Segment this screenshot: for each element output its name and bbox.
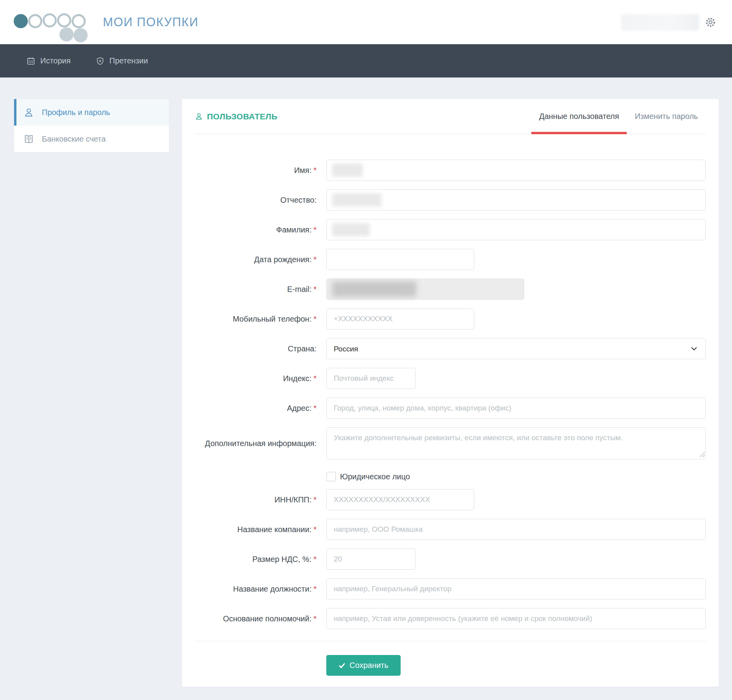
tab-label: Изменить пароль [635, 112, 698, 121]
shield-icon [96, 57, 104, 65]
address-label: Адрес:* [195, 402, 326, 414]
company-name-input[interactable] [326, 519, 706, 540]
middle-name-input[interactable] [326, 189, 706, 211]
required-marker: * [313, 225, 317, 234]
logo-circle [28, 14, 42, 28]
vat-rate-label-text: Размер НДС, %: [252, 555, 311, 563]
company-name-control [326, 519, 706, 540]
logo-circle [59, 27, 74, 41]
form-row-inn-kpp: ИНН/КПП:* [195, 489, 706, 510]
page: { "colors": { "accent_teal": "#2aab96", … [0, 0, 732, 700]
phone-label: Мобильный телефон:* [195, 313, 326, 325]
required-marker: * [313, 585, 317, 593]
birth-date-label: Дата рождения:* [195, 254, 326, 265]
user-form: Имя:*Отчество:Фамилия:*Дата рождения:*E-… [195, 134, 706, 629]
gear-icon[interactable] [705, 16, 716, 28]
header-right [621, 14, 716, 31]
form-row-first-name: Имя:* [195, 160, 706, 181]
first-name-input[interactable] [326, 160, 706, 181]
required-marker: * [313, 404, 317, 412]
legal-entity-checkbox-label: Юридическое лицо [326, 472, 410, 481]
email-label-text: E-mail: [287, 285, 311, 293]
inn-kpp-input[interactable] [326, 489, 474, 510]
job-title-label: Название должности:* [195, 583, 326, 595]
authority-basis-control [326, 608, 706, 629]
logo-circle [43, 13, 57, 27]
save-button-label: Сохранить [349, 661, 388, 670]
middle-name-control [326, 189, 706, 211]
job-title-label-text: Название должности: [233, 585, 311, 593]
form-row-phone: Мобильный телефон:* [195, 308, 706, 329]
authority-basis-label-text: Основание полномочий: [223, 614, 311, 623]
panel-title: ПОЛЬЗОВАТЕЛЬ [195, 99, 277, 134]
extra-info-textarea[interactable] [326, 427, 706, 459]
form-row-legal-entity: Юридическое лицо [195, 472, 706, 483]
required-marker: * [313, 555, 317, 563]
first-name-label: Имя:* [195, 164, 326, 176]
sidebar-item-bank-accounts[interactable]: Банковские счета [14, 126, 169, 152]
user-icon [195, 112, 203, 121]
vat-rate-input[interactable] [326, 549, 415, 570]
nav-item-history[interactable]: История [27, 56, 71, 65]
authority-basis-input[interactable] [326, 608, 706, 629]
postcode-input[interactable] [326, 368, 415, 389]
phone-label-text: Мобильный телефон: [233, 315, 311, 323]
logo-circle [72, 14, 86, 28]
inn-kpp-label-text: ИНН/КПП: [274, 495, 311, 504]
user-name-redacted [621, 14, 699, 31]
email-control [326, 279, 706, 300]
content: Профиль и пароль Банковские счета [0, 77, 732, 700]
navbar: История Претензии [0, 44, 732, 77]
tab-label: Данные пользователя [539, 112, 619, 121]
form-row-address: Адрес:* [195, 398, 706, 419]
header: МОИ ПОКУПКИ [0, 0, 732, 44]
calendar-icon [27, 57, 35, 65]
logo-circle [14, 14, 28, 28]
postcode-label: Индекс:* [195, 372, 326, 384]
company-name-label-text: Название компании: [237, 525, 312, 534]
tab-user-data[interactable]: Данные пользователя [531, 99, 627, 134]
middle-name-label-text: Отчество: [281, 196, 317, 204]
legal-entity-checkbox[interactable] [326, 472, 336, 481]
form-row-middle-name: Отчество: [195, 189, 706, 211]
user-icon [23, 107, 34, 118]
form-row-postcode: Индекс:* [195, 368, 706, 389]
save-button[interactable]: Сохранить [326, 655, 401, 676]
address-label-text: Адрес: [287, 404, 311, 412]
email-label: E-mail:* [195, 283, 326, 295]
address-control [326, 398, 706, 419]
form-row-company-name: Название компании:* [195, 519, 706, 540]
country-select[interactable]: Россия [326, 338, 706, 359]
logo-circle [74, 28, 88, 42]
tab-change-password[interactable]: Изменить пароль [627, 99, 706, 134]
nav-item-label: История [40, 56, 71, 65]
phone-control [326, 308, 706, 329]
birth-date-label-text: Дата рождения: [254, 255, 312, 264]
last-name-label-text: Фамилия: [276, 225, 311, 234]
vat-rate-label: Размер НДС, %:* [195, 553, 326, 565]
phone-input[interactable] [326, 308, 474, 329]
required-marker: * [313, 255, 317, 264]
inn-kpp-label: ИНН/КПП:* [195, 494, 326, 506]
sidebar: Профиль и пароль Банковские счета [14, 99, 169, 152]
last-name-input[interactable] [326, 219, 706, 240]
form-footer: Сохранить [195, 641, 706, 685]
form-row-authority-basis: Основание полномочий:* [195, 608, 706, 629]
required-marker: * [313, 495, 317, 504]
address-input[interactable] [326, 398, 706, 419]
form-row-last-name: Фамилия:* [195, 219, 706, 240]
extra-info-control [326, 427, 706, 459]
postcode-label-text: Индекс: [283, 374, 311, 383]
required-marker: * [313, 285, 317, 293]
nav-item-claims[interactable]: Претензии [96, 56, 148, 65]
required-marker: * [313, 614, 317, 623]
job-title-input[interactable] [326, 578, 706, 599]
birth-date-input[interactable] [326, 249, 474, 270]
last-name-label: Фамилия:* [195, 224, 326, 236]
country-label: Страна: [195, 343, 326, 354]
sidebar-item-profile[interactable]: Профиль и пароль [14, 99, 169, 126]
vat-rate-control [326, 549, 706, 570]
required-marker: * [313, 166, 317, 175]
form-row-email: E-mail:* [195, 279, 706, 300]
panel-header: ПОЛЬЗОВАТЕЛЬ Данные пользователя Изменит… [195, 99, 706, 134]
